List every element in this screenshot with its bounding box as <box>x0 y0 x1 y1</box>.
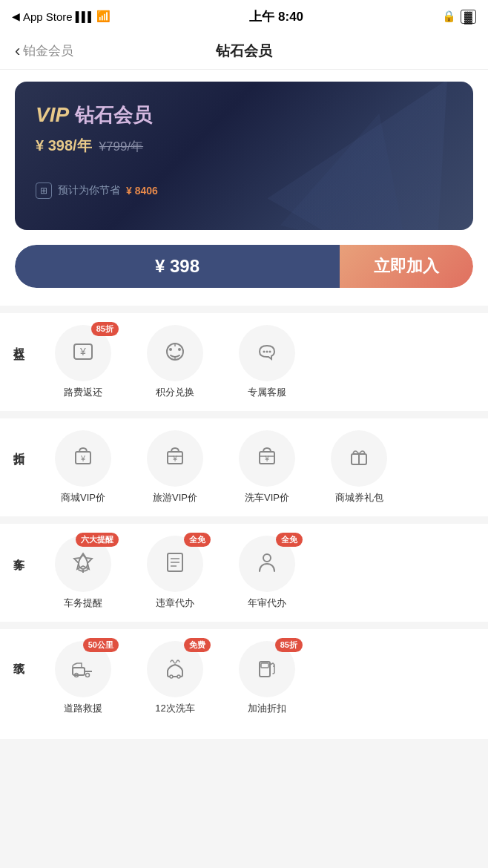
benefit-icon: ¥ <box>163 445 187 472</box>
benefit-item[interactable]: 85折加油折扣 <box>222 641 311 715</box>
benefit-item[interactable]: 50公里道路救援 <box>39 641 128 715</box>
nav-bar: ‹ 铂金会员 钻石会员 <box>0 33 488 70</box>
benefit-icon <box>71 656 95 683</box>
app-store-label: App Store <box>23 10 73 23</box>
section-label-权益: 权益 <box>12 325 33 341</box>
svg-point-9 <box>269 351 271 353</box>
benefit-item-name: 商城VIP价 <box>61 491 105 504</box>
savings-label: 预计为你节省 <box>58 184 120 197</box>
section-label-折扣: 折扣 <box>12 430 33 447</box>
vip-price-row: ¥ 398/年 ¥799/年 <box>36 136 452 156</box>
section-折扣: 折扣¥商城VIP价¥旅游VIP价¥洗车VIP价商城券礼包 <box>0 418 488 516</box>
benefit-icon-wrap: ¥ <box>239 430 295 487</box>
benefit-icon-wrap: ¥85折 <box>55 325 111 381</box>
benefit-icon <box>255 340 279 366</box>
benefit-item[interactable]: 全免年审代办 <box>222 536 311 610</box>
svg-text:¥: ¥ <box>172 454 178 463</box>
benefit-icon: ¥ <box>255 445 279 472</box>
svg-point-4 <box>178 348 181 351</box>
benefit-item-name: 加油折扣 <box>248 702 286 715</box>
svg-point-30 <box>170 675 173 678</box>
svg-point-29 <box>86 674 90 677</box>
benefit-badge: 全免 <box>184 533 211 547</box>
vip-card[interactable]: VIP 钻石会员 ¥ 398/年 ¥799/年 ⊞ 预计为你节省 ¥ 8406 <box>15 82 473 230</box>
benefit-item-name: 旅游VIP价 <box>153 491 197 504</box>
vip-savings-row: ⊞ 预计为你节省 ¥ 8406 <box>36 183 452 199</box>
benefit-icon-wrap: 免费 <box>147 641 203 697</box>
page-title: 钻石会员 <box>216 42 272 61</box>
benefit-icon-wrap <box>147 325 203 381</box>
benefit-item-name: 洗车VIP价 <box>245 491 289 504</box>
benefit-item-name: 积分兑换 <box>156 386 194 399</box>
benefit-icon <box>163 340 187 366</box>
benefit-icon <box>255 550 279 577</box>
benefit-item[interactable]: ¥旅游VIP价 <box>131 430 220 504</box>
buy-price-part: ¥ 398 <box>15 245 340 288</box>
benefit-icon <box>71 550 95 577</box>
benefit-icon <box>347 445 371 472</box>
benefit-item-name: 商城券礼包 <box>335 491 383 504</box>
benefit-icon <box>163 550 187 577</box>
status-time: 上午 8:40 <box>249 8 303 25</box>
vip-current-price: ¥ 398/年 <box>36 136 92 156</box>
section-车务: 车务六大提醒车务提醒全免违章代办全免年审代办 <box>0 524 488 622</box>
section-权益: 权益¥85折路费返还积分兑换专属客服 <box>0 313 488 411</box>
buy-price-text: ¥ 398 <box>155 256 200 277</box>
benefit-icon <box>255 656 279 683</box>
benefit-icon-wrap: 85折 <box>239 641 295 697</box>
battery-icon: ▓ <box>461 10 476 24</box>
benefit-badge: 全免 <box>276 533 303 547</box>
status-right: 🔒 ▓ <box>442 10 476 24</box>
benefit-item-name: 道路救援 <box>64 702 102 715</box>
benefits-area: 权益¥85折路费返还积分兑换专属客服折扣¥商城VIP价¥旅游VIP价¥洗车VIP… <box>0 313 488 739</box>
benefit-badge: 免费 <box>184 638 211 652</box>
benefit-item[interactable]: 免费12次洗车 <box>131 641 220 715</box>
svg-point-3 <box>169 348 172 351</box>
benefit-icon-wrap: 全免 <box>239 536 295 592</box>
buy-action-text: 立即加入 <box>374 255 439 277</box>
benefit-badge: 50公里 <box>83 638 119 652</box>
benefit-item[interactable]: ¥洗车VIP价 <box>222 430 311 504</box>
benefit-item[interactable]: 六大提醒车务提醒 <box>39 536 128 610</box>
benefit-badge: 85折 <box>275 638 303 652</box>
buy-section: ¥ 398 立即加入 <box>0 230 488 306</box>
benefit-item[interactable]: 积分兑换 <box>131 325 220 399</box>
prev-page-title[interactable]: 铂金会员 <box>23 42 73 59</box>
svg-rect-33 <box>261 663 268 668</box>
svg-text:¥: ¥ <box>80 454 86 463</box>
section-label-车务: 车务 <box>12 536 33 552</box>
status-left: ◀ App Store ▌▌▌ 📶 <box>12 10 111 23</box>
benefit-item[interactable]: 全免违章代办 <box>131 536 220 610</box>
svg-point-25 <box>263 554 271 562</box>
benefit-item[interactable]: ¥85折路费返还 <box>39 325 128 399</box>
savings-amount: ¥ 8406 <box>126 185 158 197</box>
benefit-icon: ¥ <box>71 445 95 472</box>
benefit-icon: ¥ <box>71 340 95 366</box>
card-wrapper: VIP 钻石会员 ¥ 398/年 ¥799/年 ⊞ 预计为你节省 ¥ 8406 <box>0 70 488 230</box>
wifi-icon: 📶 <box>96 10 111 23</box>
svg-point-7 <box>263 351 266 353</box>
benefit-icon-wrap: 六大提醒 <box>55 536 111 592</box>
benefit-item-name: 车务提醒 <box>64 596 102 610</box>
benefit-icon <box>163 656 187 683</box>
svg-text:¥: ¥ <box>264 454 270 463</box>
savings-calc-icon: ⊞ <box>36 183 52 199</box>
svg-text:¥: ¥ <box>79 346 86 358</box>
benefit-item[interactable]: ¥商城VIP价 <box>39 430 128 504</box>
benefit-item-name: 12次洗车 <box>155 702 194 715</box>
vip-original-price: ¥799/年 <box>99 138 144 155</box>
back-arrow-status: ◀ <box>12 10 20 22</box>
benefit-badge: 85折 <box>91 322 119 336</box>
buy-action-part: 立即加入 <box>340 245 473 288</box>
benefit-icon-wrap <box>331 430 387 487</box>
buy-button[interactable]: ¥ 398 立即加入 <box>15 245 473 288</box>
benefit-item[interactable]: 专属客服 <box>222 325 311 399</box>
nav-back-area[interactable]: ‹ 铂金会员 <box>15 42 73 61</box>
back-chevron-icon[interactable]: ‹ <box>15 42 20 61</box>
benefit-item[interactable]: 商城券礼包 <box>314 430 403 504</box>
benefit-icon-wrap: 50公里 <box>55 641 111 697</box>
benefit-icon-wrap: 全免 <box>147 536 203 592</box>
section-divider <box>0 411 488 418</box>
benefit-item-name: 专属客服 <box>248 386 286 399</box>
signal-icon: ▌▌▌ <box>76 11 94 22</box>
